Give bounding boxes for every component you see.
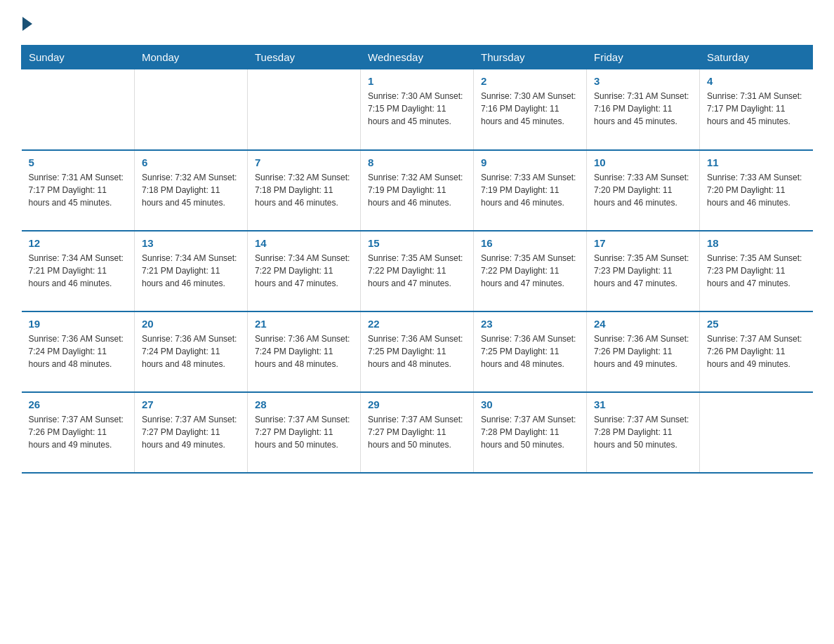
header-cell-thursday: Thursday [474, 46, 587, 69]
day-cell: 1Sunrise: 7:30 AM Sunset: 7:15 PM Daylig… [361, 69, 474, 150]
day-info: Sunrise: 7:34 AM Sunset: 7:21 PM Dayligh… [29, 252, 128, 290]
day-number: 21 [255, 318, 353, 330]
day-cell: 26Sunrise: 7:37 AM Sunset: 7:26 PM Dayli… [22, 392, 135, 473]
day-cell: 16Sunrise: 7:35 AM Sunset: 7:22 PM Dayli… [474, 231, 587, 311]
day-number: 29 [368, 398, 466, 410]
day-info: Sunrise: 7:34 AM Sunset: 7:22 PM Dayligh… [255, 252, 353, 290]
day-info: Sunrise: 7:35 AM Sunset: 7:22 PM Dayligh… [368, 252, 466, 290]
day-info: Sunrise: 7:31 AM Sunset: 7:17 PM Dayligh… [707, 90, 806, 128]
logo [21, 14, 32, 31]
day-info: Sunrise: 7:32 AM Sunset: 7:18 PM Dayligh… [255, 171, 353, 209]
day-info: Sunrise: 7:37 AM Sunset: 7:27 PM Dayligh… [142, 413, 240, 451]
day-info: Sunrise: 7:30 AM Sunset: 7:16 PM Dayligh… [481, 90, 579, 128]
day-cell: 2Sunrise: 7:30 AM Sunset: 7:16 PM Daylig… [474, 69, 587, 150]
day-info: Sunrise: 7:37 AM Sunset: 7:26 PM Dayligh… [707, 333, 806, 370]
day-info: Sunrise: 7:35 AM Sunset: 7:23 PM Dayligh… [594, 252, 692, 290]
day-cell: 6Sunrise: 7:32 AM Sunset: 7:18 PM Daylig… [135, 150, 248, 231]
day-cell: 15Sunrise: 7:35 AM Sunset: 7:22 PM Dayli… [361, 231, 474, 311]
day-number: 23 [481, 318, 579, 330]
day-number: 30 [481, 398, 579, 410]
calendar-header: SundayMondayTuesdayWednesdayThursdayFrid… [22, 46, 813, 69]
day-number: 24 [594, 318, 692, 330]
day-info: Sunrise: 7:37 AM Sunset: 7:28 PM Dayligh… [594, 413, 692, 451]
day-number: 22 [368, 318, 466, 330]
header-row: SundayMondayTuesdayWednesdayThursdayFrid… [22, 46, 813, 69]
day-cell: 24Sunrise: 7:36 AM Sunset: 7:26 PM Dayli… [587, 311, 700, 392]
day-info: Sunrise: 7:33 AM Sunset: 7:20 PM Dayligh… [707, 171, 806, 209]
header-cell-saturday: Saturday [700, 46, 813, 69]
day-number: 10 [594, 156, 692, 168]
day-number: 2 [481, 75, 579, 87]
day-cell: 22Sunrise: 7:36 AM Sunset: 7:25 PM Dayli… [361, 311, 474, 392]
page-header [21, 14, 813, 31]
day-cell: 28Sunrise: 7:37 AM Sunset: 7:27 PM Dayli… [248, 392, 361, 473]
day-info: Sunrise: 7:35 AM Sunset: 7:23 PM Dayligh… [707, 252, 806, 290]
header-cell-monday: Monday [135, 46, 248, 69]
day-info: Sunrise: 7:34 AM Sunset: 7:21 PM Dayligh… [142, 252, 240, 290]
calendar-table: SundayMondayTuesdayWednesdayThursdayFrid… [21, 45, 813, 474]
day-number: 6 [142, 156, 240, 168]
day-number: 19 [29, 318, 128, 330]
day-cell: 21Sunrise: 7:36 AM Sunset: 7:24 PM Dayli… [248, 311, 361, 392]
day-info: Sunrise: 7:36 AM Sunset: 7:24 PM Dayligh… [142, 333, 240, 370]
day-cell: 29Sunrise: 7:37 AM Sunset: 7:27 PM Dayli… [361, 392, 474, 473]
day-number: 15 [368, 237, 466, 249]
day-cell: 30Sunrise: 7:37 AM Sunset: 7:28 PM Dayli… [474, 392, 587, 473]
header-cell-wednesday: Wednesday [361, 46, 474, 69]
day-info: Sunrise: 7:33 AM Sunset: 7:20 PM Dayligh… [594, 171, 692, 209]
day-cell: 23Sunrise: 7:36 AM Sunset: 7:25 PM Dayli… [474, 311, 587, 392]
header-cell-friday: Friday [587, 46, 700, 69]
day-cell: 13Sunrise: 7:34 AM Sunset: 7:21 PM Dayli… [135, 231, 248, 311]
header-cell-tuesday: Tuesday [248, 46, 361, 69]
day-cell: 10Sunrise: 7:33 AM Sunset: 7:20 PM Dayli… [587, 150, 700, 231]
day-number: 31 [594, 398, 692, 410]
day-number: 14 [255, 237, 353, 249]
day-info: Sunrise: 7:36 AM Sunset: 7:25 PM Dayligh… [481, 333, 579, 370]
day-number: 18 [707, 237, 806, 249]
day-number: 9 [481, 156, 579, 168]
week-row-5: 26Sunrise: 7:37 AM Sunset: 7:26 PM Dayli… [22, 392, 813, 473]
day-number: 25 [707, 318, 806, 330]
calendar-body: 1Sunrise: 7:30 AM Sunset: 7:15 PM Daylig… [22, 69, 813, 473]
day-cell: 5Sunrise: 7:31 AM Sunset: 7:17 PM Daylig… [22, 150, 135, 231]
day-cell: 3Sunrise: 7:31 AM Sunset: 7:16 PM Daylig… [587, 69, 700, 150]
day-cell [22, 69, 135, 150]
day-cell: 18Sunrise: 7:35 AM Sunset: 7:23 PM Dayli… [700, 231, 813, 311]
day-info: Sunrise: 7:37 AM Sunset: 7:28 PM Dayligh… [481, 413, 579, 451]
day-number: 7 [255, 156, 353, 168]
day-info: Sunrise: 7:31 AM Sunset: 7:17 PM Dayligh… [29, 171, 128, 209]
day-number: 11 [707, 156, 806, 168]
day-number: 16 [481, 237, 579, 249]
day-number: 3 [594, 75, 692, 87]
day-info: Sunrise: 7:36 AM Sunset: 7:24 PM Dayligh… [255, 333, 353, 370]
day-number: 28 [255, 398, 353, 410]
logo-arrow-icon [22, 17, 32, 31]
day-info: Sunrise: 7:37 AM Sunset: 7:26 PM Dayligh… [29, 413, 128, 451]
day-cell: 12Sunrise: 7:34 AM Sunset: 7:21 PM Dayli… [22, 231, 135, 311]
day-cell: 19Sunrise: 7:36 AM Sunset: 7:24 PM Dayli… [22, 311, 135, 392]
day-info: Sunrise: 7:33 AM Sunset: 7:19 PM Dayligh… [481, 171, 579, 209]
day-cell: 17Sunrise: 7:35 AM Sunset: 7:23 PM Dayli… [587, 231, 700, 311]
day-number: 27 [142, 398, 240, 410]
day-info: Sunrise: 7:36 AM Sunset: 7:24 PM Dayligh… [29, 333, 128, 370]
day-number: 26 [29, 398, 128, 410]
day-number: 4 [707, 75, 806, 87]
day-number: 17 [594, 237, 692, 249]
week-row-2: 5Sunrise: 7:31 AM Sunset: 7:17 PM Daylig… [22, 150, 813, 231]
day-cell: 25Sunrise: 7:37 AM Sunset: 7:26 PM Dayli… [700, 311, 813, 392]
day-cell [700, 392, 813, 473]
day-cell [135, 69, 248, 150]
day-cell: 8Sunrise: 7:32 AM Sunset: 7:19 PM Daylig… [361, 150, 474, 231]
week-row-1: 1Sunrise: 7:30 AM Sunset: 7:15 PM Daylig… [22, 69, 813, 150]
day-number: 5 [29, 156, 128, 168]
day-info: Sunrise: 7:36 AM Sunset: 7:26 PM Dayligh… [594, 333, 692, 370]
day-number: 8 [368, 156, 466, 168]
day-info: Sunrise: 7:37 AM Sunset: 7:27 PM Dayligh… [368, 413, 466, 451]
week-row-3: 12Sunrise: 7:34 AM Sunset: 7:21 PM Dayli… [22, 231, 813, 311]
day-cell: 9Sunrise: 7:33 AM Sunset: 7:19 PM Daylig… [474, 150, 587, 231]
day-number: 20 [142, 318, 240, 330]
day-info: Sunrise: 7:37 AM Sunset: 7:27 PM Dayligh… [255, 413, 353, 451]
day-cell [248, 69, 361, 150]
day-cell: 11Sunrise: 7:33 AM Sunset: 7:20 PM Dayli… [700, 150, 813, 231]
day-info: Sunrise: 7:31 AM Sunset: 7:16 PM Dayligh… [594, 90, 692, 128]
